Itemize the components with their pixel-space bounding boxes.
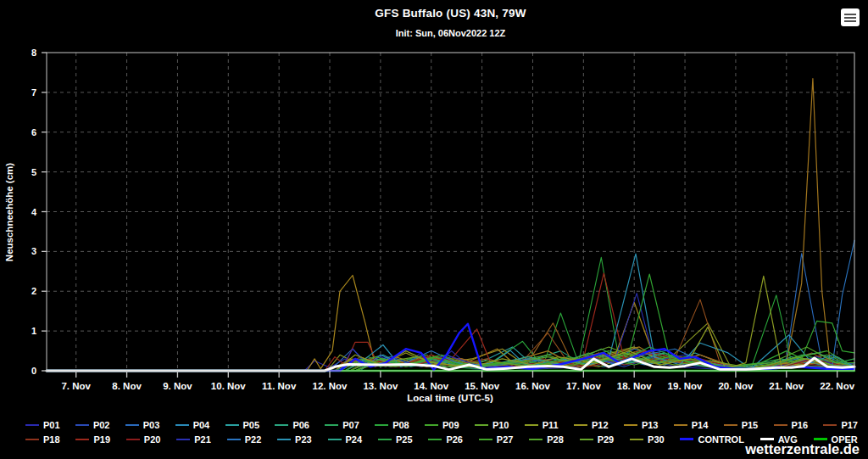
legend-item-p15: P15 — [724, 420, 759, 430]
series-line-p23 — [47, 254, 854, 371]
legend-item-p05: P05 — [225, 420, 260, 430]
x-tick-label: 10. Nov — [211, 381, 247, 391]
legend-item-p16: P16 — [774, 420, 809, 430]
legend-item-p20: P20 — [126, 434, 161, 445]
y-tick-label: 7 — [31, 87, 36, 98]
legend-item-p06: P06 — [275, 420, 309, 430]
legend-swatch — [823, 424, 837, 426]
y-tick-label: 5 — [31, 167, 36, 177]
legend-item-p09: P09 — [425, 420, 459, 430]
legend-item-p21: P21 — [176, 434, 211, 445]
legend-swatch — [126, 439, 140, 440]
x-tick-label: 14. Nov — [414, 381, 449, 391]
gfs-ensemble-chart-page: GFS Buffalo (US) 43N, 79W Init: Sun, 06N… — [0, 0, 868, 459]
legend-swatch — [75, 439, 89, 440]
x-tick-label: 22. Nov — [820, 381, 855, 391]
x-tick-label: 17. Nov — [566, 381, 602, 391]
legend-item-p23: P23 — [277, 434, 312, 445]
legend-label: P22 — [245, 434, 262, 445]
x-tick-label: 7. Nov — [61, 381, 91, 391]
y-tick-label: 3 — [31, 246, 36, 256]
legend-item-p10: P10 — [475, 420, 509, 430]
legend-swatch — [760, 438, 774, 440]
legend-swatch — [425, 424, 438, 426]
legend-label: P23 — [295, 434, 312, 445]
legend-swatch — [175, 424, 189, 426]
legend-swatch — [275, 424, 288, 426]
legend-swatch — [574, 424, 587, 426]
legend-item-p03: P03 — [125, 420, 160, 430]
legend-label: P21 — [194, 434, 211, 445]
y-tick-label: 8 — [31, 48, 36, 58]
legend-item-p02: P02 — [75, 420, 110, 430]
x-tick-label: 18. Nov — [617, 381, 653, 391]
legend-swatch — [529, 439, 542, 440]
legend-label: P25 — [396, 434, 413, 445]
legend-swatch — [225, 424, 239, 426]
legend-swatch — [525, 424, 538, 426]
x-axis-title: Local time (UTC-5) — [407, 393, 493, 403]
legend-label: P02 — [93, 420, 110, 430]
legend-item-p18: P18 — [25, 434, 60, 445]
legend-item-p19: P19 — [75, 434, 110, 445]
legend-swatch — [378, 439, 392, 440]
legend-item-p27: P27 — [479, 434, 514, 445]
series-line-p08 — [47, 257, 854, 371]
y-tick-label: 6 — [31, 127, 36, 137]
legend-label: P26 — [446, 434, 463, 445]
x-tick-label: 20. Nov — [718, 381, 754, 391]
x-tick-label: 13. Nov — [363, 381, 398, 391]
x-tick-label: 16. Nov — [515, 381, 551, 391]
y-axis-title: Neuschneehöhe (cm) — [4, 163, 14, 261]
legend-item-p08: P08 — [375, 420, 409, 430]
x-tick-label: 21. Nov — [769, 381, 804, 391]
series-lines — [47, 79, 854, 372]
gridlines — [47, 53, 854, 371]
legend-swatch — [75, 424, 89, 426]
legend-item-p30: P30 — [630, 434, 665, 445]
legend-swatch — [479, 439, 492, 440]
legend-item-p17: P17 — [823, 420, 858, 430]
legend-item-p13: P13 — [624, 420, 659, 430]
legend-label: P06 — [292, 420, 309, 430]
watermark: wetterzentrale.de — [745, 441, 860, 457]
legend-label: P17 — [841, 420, 858, 430]
x-tick-label: 8. Nov — [112, 381, 142, 391]
legend: P01P02P03P04P05P06P07P08P09P10P11P12P13P… — [25, 417, 858, 446]
legend-label: P04 — [193, 420, 210, 430]
legend-swatch — [125, 424, 139, 426]
legend-item-p24: P24 — [328, 434, 363, 445]
legend-label: P14 — [692, 420, 709, 430]
legend-label: P20 — [144, 434, 161, 445]
legend-swatch — [814, 438, 827, 440]
legend-swatch — [475, 424, 488, 426]
legend-label: P01 — [43, 420, 60, 430]
legend-label: CONTROL — [698, 434, 743, 445]
legend-swatch — [328, 439, 342, 440]
legend-label: P19 — [93, 434, 110, 445]
legend-label: P18 — [43, 434, 60, 445]
legend-item-p14: P14 — [674, 420, 709, 430]
legend-label: P16 — [792, 420, 809, 430]
legend-item-p22: P22 — [227, 434, 262, 445]
axis-tick-labels: 7. Nov8. Nov9. Nov10. Nov11. Nov12. Nov1… — [31, 48, 855, 391]
legend-swatch — [227, 439, 241, 440]
legend-item-control: CONTROL — [680, 434, 743, 445]
series-line-p22 — [47, 240, 854, 371]
legend-swatch — [325, 424, 338, 426]
legend-swatch — [624, 424, 637, 426]
legend-row-2: P18P19P20P21P22P23P24P25P26P27P28P29P30C… — [25, 432, 858, 446]
y-tick-label: 4 — [31, 207, 37, 217]
legend-label: P10 — [492, 420, 509, 430]
legend-item-p12: P12 — [574, 420, 609, 430]
legend-label: P15 — [742, 420, 759, 430]
x-tick-label: 11. Nov — [262, 381, 297, 391]
legend-swatch — [724, 424, 737, 426]
legend-swatch — [25, 439, 39, 440]
legend-label: P03 — [143, 420, 160, 430]
series-line-p03 — [47, 254, 854, 371]
legend-label: P12 — [592, 420, 609, 430]
series-line-p14 — [47, 79, 854, 372]
legend-label: P27 — [497, 434, 514, 445]
x-tick-label: 12. Nov — [313, 381, 348, 391]
